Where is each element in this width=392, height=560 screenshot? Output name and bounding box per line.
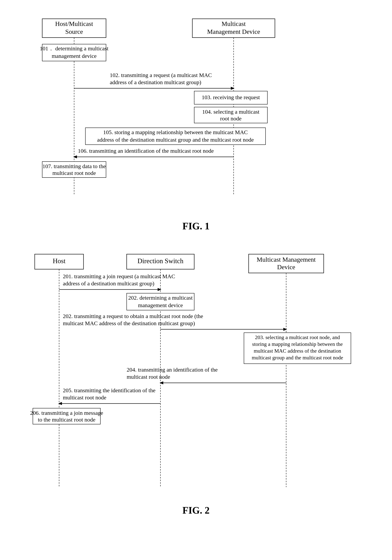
fig1-step104-line1: 104. selecting a multicast bbox=[202, 109, 259, 115]
fig2-step204-line2: multicast root node bbox=[127, 374, 170, 380]
fig1-step107-line2: multicast root node bbox=[52, 170, 96, 176]
fig2-step205-line2: multicast root node bbox=[63, 394, 106, 400]
fig1-step107-line1: 107. transmitting data to the bbox=[42, 163, 106, 169]
fig2-arrow202b-head bbox=[283, 328, 287, 331]
fig1-diagram: Host/Multicast Source Multicast Manageme… bbox=[27, 8, 365, 243]
fig2-step201-line2: address of a destination multicast group… bbox=[63, 280, 154, 287]
fig2-diagram: Host Direction Switch Multicast Manageme… bbox=[27, 243, 365, 527]
fig1-actor-mmd-label2: Management Device bbox=[207, 28, 260, 35]
fig2-actor-host: Host bbox=[53, 257, 65, 265]
fig1-arrow106-head bbox=[73, 155, 77, 158]
fig1-svg: Host/Multicast Source Multicast Manageme… bbox=[27, 8, 365, 214]
fig2-step203-line1: 203. selecting a multicast root node, an… bbox=[255, 334, 340, 340]
fig1-label: FIG. 1 bbox=[27, 220, 365, 232]
fig1-actor-host-label2: Source bbox=[65, 28, 83, 35]
fig1-step101-line1: 101． determining a multicast bbox=[40, 45, 108, 51]
fig2-actor-ds: Direction Switch bbox=[137, 257, 183, 265]
fig1-step101-line2: management device bbox=[52, 53, 96, 59]
fig2-step203-line2: storing a mapping relationship between t… bbox=[252, 341, 343, 347]
fig1-step105-line2: address of the destination multicast gro… bbox=[97, 137, 254, 143]
fig2-step203-line4: multicast group and the multicast root n… bbox=[252, 355, 343, 360]
fig1-step106: 106. transmitting an identification of t… bbox=[78, 148, 214, 154]
fig2-step202a-line1: 202. determining a multicast bbox=[128, 295, 193, 301]
fig2-step202a-line2: management device bbox=[138, 302, 183, 308]
fig2-svg: Host Direction Switch Multicast Manageme… bbox=[27, 243, 365, 498]
fig2-step206-line2: to the multicast root node bbox=[38, 417, 95, 423]
fig2-step202b-line2: multicast MAC address of the destination… bbox=[63, 320, 195, 327]
fig2-arrow204-head bbox=[160, 381, 163, 384]
fig1-step104-line2: root node bbox=[220, 115, 241, 121]
fig1-step103: 103. receiving the request bbox=[202, 94, 260, 100]
fig1-actor-host-label: Host/Multicast bbox=[55, 20, 93, 27]
fig2-arrow201-head bbox=[158, 288, 161, 291]
fig1-arrow102-head bbox=[231, 87, 235, 90]
fig2-label: FIG. 2 bbox=[27, 505, 365, 516]
fig1-step102-line1: 102. transmitting a request (a multicast… bbox=[110, 72, 212, 78]
page-container: Host/Multicast Source Multicast Manageme… bbox=[11, 8, 381, 527]
fig2-arrow205-head bbox=[58, 402, 62, 405]
fig1-step105-line1: 105. storing a mapping relationship betw… bbox=[103, 129, 248, 135]
fig2-step202b-line1: 202. transmitting a request to obtain a … bbox=[63, 313, 203, 319]
fig2-actor-mmd-line2: Device bbox=[277, 264, 295, 270]
fig2-step204-line1: 204. transmitting an identification of t… bbox=[127, 367, 218, 373]
fig1-step102-line2: address of a destination multicast group… bbox=[110, 79, 201, 85]
fig2-step203-line3: multicast MAC address of the destination bbox=[254, 348, 341, 354]
fig2-actor-mmd-line1: Multicast Management bbox=[257, 256, 316, 263]
fig2-step201-line1: 201. transmitting a join request (a mult… bbox=[63, 273, 175, 280]
fig2-step206-line1: 206. transmitting a join message bbox=[30, 410, 103, 416]
fig1-actor-mmd-label: Multicast bbox=[221, 20, 246, 27]
fig2-step205-line1: 205. transmitting the identification of … bbox=[63, 387, 155, 393]
